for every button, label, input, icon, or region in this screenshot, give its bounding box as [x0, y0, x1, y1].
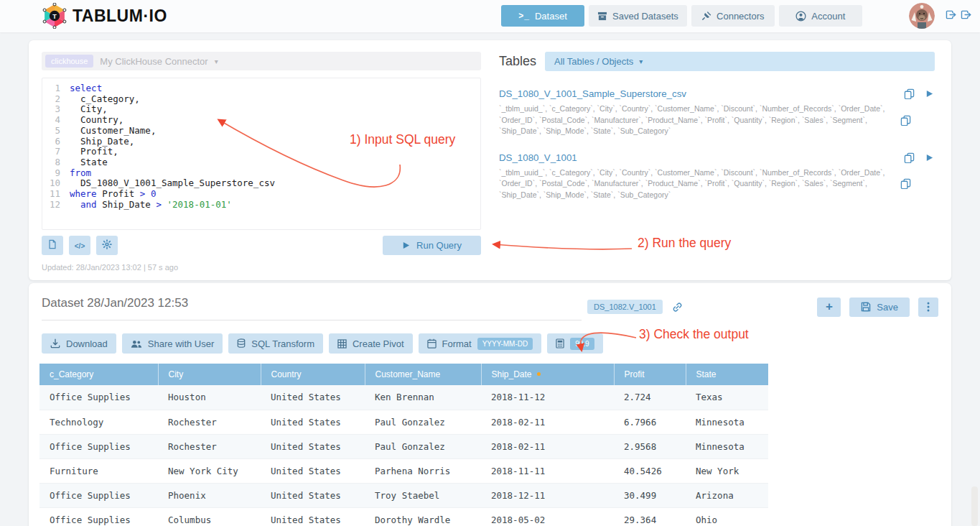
line-number: 1 — [42, 83, 70, 94]
table-cell: United States — [261, 434, 365, 458]
table-cell: Phoenix — [158, 483, 261, 507]
table-cell: Minnesota — [686, 410, 768, 434]
precision-button[interactable]: 99.9 — [547, 333, 602, 354]
table-cell: United States — [261, 507, 365, 526]
more-button[interactable] — [918, 297, 938, 317]
dataset-title[interactable]: Dataset 28/Jan/2023 12:53 — [42, 293, 582, 320]
person-icon — [795, 11, 806, 22]
tables-filter-select[interactable]: All Tables / Objects ▾ — [545, 52, 935, 71]
table-cell: United States — [261, 410, 365, 434]
editor-line-12: 12 and Ship_Date > '2018-01-01' — [42, 200, 480, 211]
copy-icon[interactable] — [900, 115, 911, 126]
avatar[interactable] — [909, 3, 935, 29]
save-icon — [861, 302, 871, 312]
table-name-link[interactable]: DS_1080_V_1001 — [499, 152, 577, 163]
save-button[interactable]: Save — [849, 297, 910, 317]
tables-list: DS_1080_V_1001_Sample_Superstore_csv`_tb… — [499, 88, 935, 200]
table-row[interactable]: Office SuppliesRochesterUnited StatesPau… — [39, 434, 768, 458]
copy-icon[interactable] — [904, 88, 915, 99]
column-header-ship-date[interactable]: Ship_Date — [481, 364, 614, 385]
column-header-state[interactable]: State — [686, 364, 768, 385]
play-icon[interactable] — [925, 154, 933, 162]
table-cell: Dorothy Wardle — [365, 507, 481, 526]
table-cell: New York — [686, 458, 768, 483]
add-button[interactable]: + — [817, 297, 841, 317]
download-icon — [50, 338, 60, 349]
line-number: 10 — [42, 178, 70, 189]
table-entry: DS_1080_V_1001_Sample_Superstore_csv`_tb… — [499, 88, 935, 137]
nav-item-connectors[interactable]: Connectors — [691, 5, 775, 27]
create-pivot-button[interactable]: Create Pivot — [329, 333, 413, 354]
code-button[interactable]: </> — [69, 236, 90, 255]
new-document-icon — [47, 239, 57, 252]
grid-icon — [337, 339, 347, 349]
line-number: 12 — [42, 200, 70, 211]
logout-icon[interactable] — [946, 10, 956, 19]
logo-icon: T — [42, 3, 67, 29]
copy-icon[interactable] — [900, 178, 911, 189]
play-icon[interactable] — [925, 90, 933, 98]
column-header-country[interactable]: Country — [261, 364, 365, 385]
table-name-link[interactable]: DS_1080_V_1001_Sample_Superstore_csv — [499, 88, 686, 99]
new-document-button[interactable] — [42, 236, 63, 255]
database-icon — [237, 338, 246, 349]
share-button[interactable]: Share with User — [122, 333, 223, 354]
nav-right — [909, 3, 971, 29]
sql-editor[interactable]: 1select2 c_Category,3 City,4 Country,5 C… — [42, 78, 481, 230]
table-cell: 2.724 — [614, 385, 686, 410]
sort-indicator — [537, 372, 541, 376]
run-query-button[interactable]: Run Query — [383, 236, 481, 255]
scrollbar-thumb[interactable] — [971, 486, 978, 526]
table-cell: United States — [261, 458, 365, 483]
format-button[interactable]: FormatYYYY-MM-DD — [419, 333, 542, 354]
annotation-2: 2) Run the query — [638, 236, 731, 251]
annotation-1: 1) Input SQL query — [350, 132, 455, 147]
nav-item-saved-datasets[interactable]: Saved Datasets — [589, 5, 687, 27]
table-row[interactable]: Office SuppliesColumbusUnited StatesDoro… — [39, 507, 768, 526]
download-button[interactable]: Download — [42, 333, 116, 354]
table-cell: Houston — [158, 385, 261, 410]
logout-icon[interactable] — [961, 10, 971, 19]
table-cell: 30.499 — [614, 483, 686, 507]
dataset-card: Dataset 28/Jan/2023 12:53 DS_1082.V_1001… — [29, 283, 951, 526]
table-columns: `_tblm_uuid_`, `c_Category`, `City`, `Co… — [499, 167, 890, 201]
line-number: 8 — [42, 157, 70, 168]
nav-item-dataset[interactable]: >_Dataset — [501, 5, 584, 27]
sql-transform-button[interactable]: SQL Transform — [228, 333, 323, 354]
column-header-customer-name[interactable]: Customer_Name — [365, 364, 481, 385]
table-cell: 2018-12-11 — [481, 483, 614, 507]
line-number: 6 — [42, 137, 70, 147]
table-cell: Furniture — [39, 458, 158, 483]
chevron-down-icon: ▾ — [215, 57, 218, 65]
session-icons — [941, 9, 971, 22]
table-cell: Technology — [39, 410, 158, 434]
editor-line-9: 9from — [42, 168, 480, 179]
logo[interactable]: T TABLUM·IO — [42, 3, 167, 29]
kebab-icon — [927, 302, 930, 312]
table-row[interactable]: Office SuppliesPhoenixUnited StatesTroy … — [39, 483, 768, 507]
line-number: 9 — [42, 168, 70, 179]
column-header-c-category[interactable]: c_Category — [39, 364, 158, 385]
table-cell: United States — [261, 385, 365, 410]
table-cell: New York City — [158, 458, 261, 483]
link-icon[interactable] — [672, 302, 683, 313]
plug-icon — [701, 11, 711, 21]
play-icon — [402, 241, 410, 249]
connector-type-badge: clickhouse — [45, 55, 93, 68]
column-header-city[interactable]: City — [158, 364, 261, 385]
editor-line-10: 10 DS_1080_V_1001_Sample_Superstore_csv — [42, 178, 480, 189]
table-row[interactable]: FurnitureNew York CityUnited StatesParhe… — [39, 458, 768, 483]
dataset-header: Dataset 28/Jan/2023 12:53 DS_1082.V_1001… — [29, 283, 951, 320]
table-cell: Ken Brennan — [365, 385, 481, 410]
updated-timestamp: Updated: 28/Jan/2023 13:02 | 57 s ago — [42, 263, 481, 272]
table-row[interactable]: Office SuppliesHoustonUnited StatesKen B… — [39, 385, 768, 410]
nav-buttons: >_DatasetSaved DatasetsConnectorsAccount — [501, 5, 862, 27]
nav-item-account[interactable]: Account — [779, 5, 862, 27]
gear-button[interactable] — [96, 236, 118, 255]
column-header-profit[interactable]: Profit — [614, 364, 686, 385]
table-row[interactable]: TechnologyRochesterUnited StatesPaul Gon… — [39, 410, 768, 434]
copy-icon[interactable] — [904, 152, 915, 163]
dataset-toolbar: DownloadShare with UserSQL TransformCrea… — [42, 333, 938, 354]
connector-select[interactable]: clickhouse My ClickHouse Connector ▾ — [42, 52, 481, 70]
line-number: 11 — [42, 189, 70, 200]
